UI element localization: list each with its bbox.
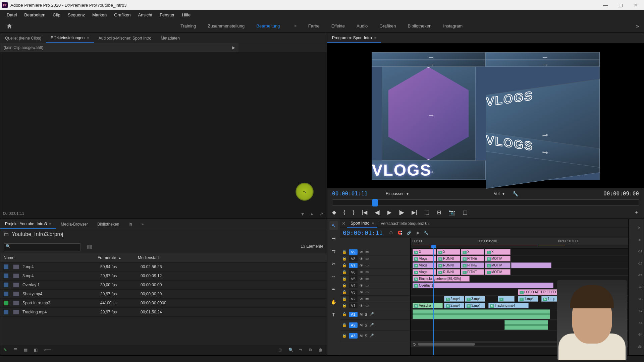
go-to-in-button[interactable]: |◀ <box>362 209 367 216</box>
menu-marken[interactable]: Marken <box>89 11 110 19</box>
scrub-handle[interactable] <box>372 199 378 206</box>
workspace-grafiken[interactable]: Grafiken <box>379 23 396 28</box>
clip[interactable]: fxX <box>461 249 484 255</box>
table-row[interactable]: 3.mp4 29,97 fps 00:00:09:12 <box>0 272 327 281</box>
menu-ansicht[interactable]: Ansicht <box>135 11 156 19</box>
audio-track-header[interactable]: 🔒A2MS🎤 <box>340 320 410 330</box>
table-row[interactable]: Sport Intro.mp3 44100 Hz 00:00:00:0000 <box>0 299 327 308</box>
workspace-effekte[interactable]: Effekte <box>331 23 345 28</box>
tab-sequence-nested[interactable]: Verschachtelte Sequenz 02 <box>377 220 433 227</box>
clip[interactable]: fxEinste.lungsebene [89,43%] <box>413 276 470 282</box>
table-row[interactable]: Overlay 1 30,00 fps 00:00:00:00 <box>0 281 327 290</box>
video-track-header[interactable]: 🔒V3👁▭ <box>340 289 410 296</box>
tab-effect-settings[interactable]: Effekteinstellungen ≡ <box>46 34 94 43</box>
audio-track-header[interactable]: 🔒A1MS🎤 <box>340 309 410 320</box>
workspace-audio[interactable]: Audio <box>357 23 368 28</box>
linked-selection-icon[interactable]: 🔗 <box>407 231 412 235</box>
timeline-timecode[interactable]: 00:00:01:11 <box>343 229 383 236</box>
clip[interactable]: fx1.mp4 <box>518 296 538 302</box>
razor-tool[interactable]: ✂ <box>329 259 338 268</box>
clip[interactable]: fxX <box>437 249 460 255</box>
video-track-header[interactable]: 🔒V9👁▭ <box>340 249 410 255</box>
workspace-overflow-icon[interactable]: » <box>629 23 639 29</box>
workspace-bibliotheken[interactable]: Bibliotheken <box>408 23 431 28</box>
tab-in[interactable]: In <box>124 220 137 228</box>
menu-bearbeiten[interactable]: Bearbeiten <box>21 11 49 19</box>
tab-sequence-active[interactable]: Sport Intro ≡ <box>347 220 377 228</box>
add-marker-button[interactable]: ◆ <box>332 209 336 216</box>
table-row[interactable]: Tracking.mp4 29,97 fps 00;01;50;24 <box>0 308 327 317</box>
clip[interactable]: fxFITNE <box>461 262 484 268</box>
freeform-view-icon[interactable]: ◧ <box>34 348 39 352</box>
extract-button[interactable]: ⊟ <box>437 209 441 216</box>
clip[interactable]: fxVlogs <box>413 269 436 275</box>
type-tool[interactable]: T <box>329 310 338 319</box>
clip[interactable]: fx2.mp4 <box>444 296 464 302</box>
video-track-header[interactable]: 🔒V2👁▭ <box>340 296 410 302</box>
clip[interactable]: fxRUNNI <box>437 269 460 275</box>
comparison-button[interactable]: ◫ <box>463 209 468 216</box>
clip[interactable]: fxMOTIV <box>485 262 511 268</box>
mark-out-button[interactable]: } <box>353 209 354 216</box>
filter-icon[interactable]: ▼ <box>300 211 305 217</box>
automate-icon[interactable]: ⊞ <box>278 348 283 352</box>
export-frame-button[interactable]: 📷 <box>448 209 455 216</box>
table-row[interactable]: Shaky.mp4 29,97 fps 00;00;00;29 <box>0 290 327 299</box>
find-icon[interactable]: 🔍 <box>288 348 293 352</box>
tab-program[interactable]: Programm: Sport Intro ≡ <box>327 34 381 43</box>
menu-grafiken[interactable]: Grafiken <box>111 11 134 19</box>
clip[interactable]: fxVlogs <box>413 256 436 261</box>
tab-media-browser[interactable]: Media-Browser <box>56 220 93 228</box>
clip[interactable]: fxMOTIV <box>485 256 511 261</box>
settings-wrench-icon[interactable]: 🔧 <box>513 191 518 196</box>
lift-button[interactable]: ⬚ <box>424 209 429 216</box>
tab-source[interactable]: Quelle: (keine Clips) <box>0 34 46 42</box>
table-row[interactable]: 2.mp4 59,94 fps 00:02:56:26 <box>0 262 327 272</box>
minimize-button[interactable]: — <box>602 2 609 8</box>
zoom-slider-icon[interactable]: ○━━ <box>44 348 49 352</box>
new-item-button[interactable]: 🗎 <box>309 348 313 352</box>
clip[interactable]: fxX <box>485 249 511 255</box>
tab-metadata[interactable]: Metadaten <box>156 34 184 42</box>
video-track-header[interactable]: 🔒V4👁▭ <box>340 282 410 289</box>
clip[interactable]: fx3.mp4 <box>465 296 485 302</box>
marker-icon[interactable]: ◆ <box>416 231 419 235</box>
step-forward-button[interactable]: |▶ <box>399 209 404 216</box>
video-track-header[interactable]: 🔒V1👁▭ <box>340 302 410 309</box>
go-to-out-button[interactable]: ▶| <box>412 209 417 216</box>
clip[interactable]: fx1.mp <box>541 296 558 302</box>
delete-icon[interactable]: 🗑 <box>319 348 323 352</box>
program-timecode[interactable]: 00:00:01:11 <box>332 190 368 197</box>
workspace-instagram[interactable]: Instagram <box>443 23 463 28</box>
filter-bin-icon[interactable]: ▥ <box>87 243 92 250</box>
selection-tool[interactable]: ↖ <box>329 221 338 230</box>
program-scrub-bar[interactable] <box>332 199 639 205</box>
pen-tool[interactable]: ✒ <box>329 285 338 294</box>
workspace-bearbeitung[interactable]: Bearbeitung <box>256 23 280 28</box>
workspace-farbe[interactable]: Farbe <box>308 23 320 28</box>
clip[interactable]: fx3.mp4 <box>465 303 485 308</box>
playhead[interactable] <box>433 245 434 355</box>
icon-view-icon[interactable]: ▦ <box>24 348 29 352</box>
workspace-menu-icon[interactable]: ≡ <box>294 23 296 28</box>
menu-sequenz[interactable]: Sequenz <box>64 11 88 19</box>
settings-icon[interactable]: 🔧 <box>424 231 428 235</box>
workspace-training[interactable]: Training <box>180 23 196 28</box>
col-name[interactable]: Name <box>4 255 98 260</box>
new-bin-icon[interactable]: 🗀 <box>299 348 303 352</box>
export-icon[interactable]: ↗ <box>319 211 323 217</box>
video-track-header[interactable]: 🔒V5👁▭ <box>340 276 410 282</box>
step-icon[interactable]: ▸ <box>311 211 313 217</box>
menu-clip[interactable]: Clip <box>49 11 63 19</box>
slip-tool[interactable]: ↔ <box>329 272 338 281</box>
audio-track-header[interactable]: 🔒A3MS🎤 <box>340 330 410 341</box>
expand-arrow-icon[interactable]: ▶ <box>232 45 235 50</box>
tab-overflow-icon[interactable]: » <box>137 220 148 228</box>
clip[interactable]: fx <box>498 296 515 302</box>
video-track-header[interactable]: 🔒V8👁▭ <box>340 255 410 262</box>
tab-audio-mixer[interactable]: Audioclip-Mischer: Sport Intro <box>94 34 156 42</box>
clip[interactable]: fx2.mp4 <box>444 303 464 308</box>
hand-tool[interactable]: ✋ <box>329 298 338 306</box>
tab-menu-icon[interactable]: ≡ <box>86 36 89 40</box>
tab-project[interactable]: Projekt: Youtube_Intro3 ≡ <box>0 220 56 229</box>
